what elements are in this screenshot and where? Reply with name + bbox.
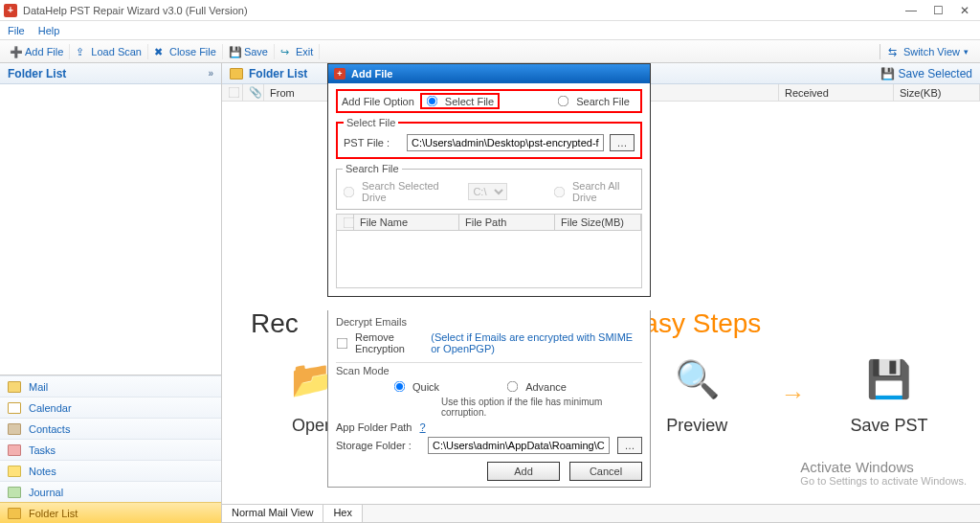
select-file-group: Select File PST File : … [336, 117, 642, 159]
file-list-body [336, 231, 642, 288]
pst-file-input[interactable] [407, 134, 604, 151]
file-list-col-check[interactable] [337, 215, 354, 230]
grid-col-received[interactable]: Received [779, 84, 894, 101]
dialog-title: Add File [351, 68, 392, 80]
radio-search-file[interactable]: Search File [557, 95, 630, 107]
toolbar-exit[interactable]: ↪Exit [275, 44, 320, 59]
search-file-group: Search File Search Selected Drive C:\ Se… [336, 163, 642, 210]
tasks-icon [8, 444, 21, 456]
floppy-icon: 💾 [866, 352, 911, 406]
menubar: File Help [0, 21, 980, 40]
mail-icon [8, 381, 21, 393]
nav-tasks[interactable]: Tasks [0, 439, 221, 460]
toolbar: ➕Add File ⇪Load Scan ✖Close File 💾Save ↪… [0, 40, 980, 63]
folder-tree[interactable] [0, 84, 221, 375]
remove-encryption-checkbox[interactable]: Remove Encryption [336, 331, 423, 354]
drive-select: C:\ [468, 183, 507, 200]
folder-icon [230, 68, 243, 80]
window-title: DataHelp PST Repair Wizard v3.0 (Full Ve… [23, 5, 905, 16]
toolbar-addfile[interactable]: ➕Add File [4, 44, 70, 59]
storage-folder-input[interactable] [428, 437, 610, 454]
contacts-icon [8, 423, 21, 435]
decrypt-legend: Decrypt Emails [336, 316, 642, 328]
file-list-col-size[interactable]: File Size(MB) [555, 215, 641, 230]
search-file-legend: Search File [343, 163, 402, 174]
titlebar: + DataHelp PST Repair Wizard v3.0 (Full … [0, 0, 980, 21]
grid-col-attachment-icon[interactable]: 📎 [243, 84, 264, 101]
chevron-down-icon: ▾ [964, 47, 969, 57]
add-file-dialog-lower: Decrypt Emails Remove Encryption (Select… [327, 310, 651, 488]
save-icon: 💾 [229, 46, 240, 57]
nav-journal[interactable]: Journal [0, 481, 221, 502]
plus-icon: ➕ [10, 46, 21, 57]
browse-pst-button[interactable]: … [610, 134, 635, 151]
radio-search-all-drive: Search All Drive [553, 180, 635, 203]
nav-mail[interactable]: Mail [0, 375, 221, 397]
journal-icon [8, 487, 21, 498]
close-icon[interactable]: ✕ [959, 4, 970, 17]
toolbar-closefile[interactable]: ✖Close File [148, 44, 223, 59]
scan-mode-legend: Scan Mode [336, 365, 642, 376]
windows-watermark: Activate Windows Go to Settings to activ… [800, 459, 967, 487]
tab-normal-mail[interactable]: Normal Mail View [222, 505, 323, 522]
appfolder-label: App Folder Path [336, 421, 412, 433]
cancel-button[interactable]: Cancel [569, 462, 642, 481]
switch-icon: ⇆ [888, 46, 900, 57]
closefile-icon: ✖ [154, 46, 166, 57]
quick-note: Use this option if the file has minimum … [336, 397, 642, 418]
tab-hex[interactable]: Hex [323, 505, 363, 522]
minimize-icon[interactable]: — [905, 4, 917, 17]
select-file-legend: Select File [344, 117, 398, 128]
radio-select-file[interactable]: Select File [420, 93, 500, 109]
nav-folderlist[interactable]: Folder List [0, 502, 221, 523]
toolbar-loadscan[interactable]: ⇪Load Scan [70, 44, 148, 59]
grid-col-size[interactable]: Size(KB) [894, 84, 980, 101]
file-list-col-path[interactable]: File Path [459, 215, 555, 230]
maximize-icon[interactable]: ☐ [932, 4, 944, 17]
radio-quick[interactable]: Quick [393, 380, 439, 393]
dialog-titlebar[interactable]: + Add File [328, 64, 650, 83]
remove-encryption-hint: (Select if Emails are encrypted with SMI… [431, 331, 642, 354]
nav-contacts[interactable]: Contacts [0, 418, 221, 439]
plus-icon: + [334, 68, 345, 80]
nav-notes[interactable]: Notes [0, 460, 221, 481]
preview-icon: 🔍 [675, 352, 720, 406]
step-save: 💾Save PST [836, 352, 942, 436]
chevron-down-icon[interactable]: » [208, 68, 213, 79]
add-file-dialog: + Add File Add File Option Select File S… [327, 63, 651, 297]
app-icon: + [4, 4, 17, 17]
right-header-label: Folder List [249, 67, 307, 80]
file-list-col-name[interactable]: File Name [354, 215, 459, 230]
left-panel-header: Folder List » [0, 63, 221, 84]
save-selected-button[interactable]: 💾Save Selected [880, 67, 972, 80]
exit-icon: ↪ [280, 46, 292, 57]
grid-col-checkbox[interactable] [222, 84, 243, 101]
arrow-icon: → [781, 379, 806, 409]
mkt-title-pre: Rec [251, 308, 299, 338]
radio-advance[interactable]: Advance [506, 380, 567, 393]
toolbar-switchview[interactable]: ⇆Switch View▾ [880, 44, 976, 59]
storage-folder-label: Storage Folder : [336, 440, 420, 451]
calendar-icon [8, 402, 21, 414]
menu-file[interactable]: File [8, 25, 25, 36]
step-preview: 🔍Preview [644, 352, 749, 436]
upload-icon: ⇪ [76, 46, 87, 57]
folder-icon [8, 508, 21, 519]
help-icon[interactable]: ? [420, 421, 426, 433]
toolbar-save[interactable]: 💾Save [223, 44, 275, 59]
pst-file-label: PST File : [344, 137, 401, 148]
radio-search-selected-drive: Search Selected Drive [343, 180, 451, 203]
notes-icon [8, 466, 21, 477]
save-icon: 💾 [880, 67, 895, 80]
add-button[interactable]: Add [487, 462, 560, 481]
menu-help[interactable]: Help [38, 25, 60, 36]
left-header-label: Folder List [8, 67, 66, 80]
nav-list: Mail Calendar Contacts Tasks Notes Journ… [0, 375, 221, 523]
file-list-header: File Name File Path File Size(MB) [336, 214, 642, 231]
nav-calendar[interactable]: Calendar [0, 397, 221, 418]
browse-storage-button[interactable]: … [617, 437, 642, 454]
view-tabs: Normal Mail View Hex [222, 504, 980, 523]
addopt-label: Add File Option [342, 96, 414, 107]
